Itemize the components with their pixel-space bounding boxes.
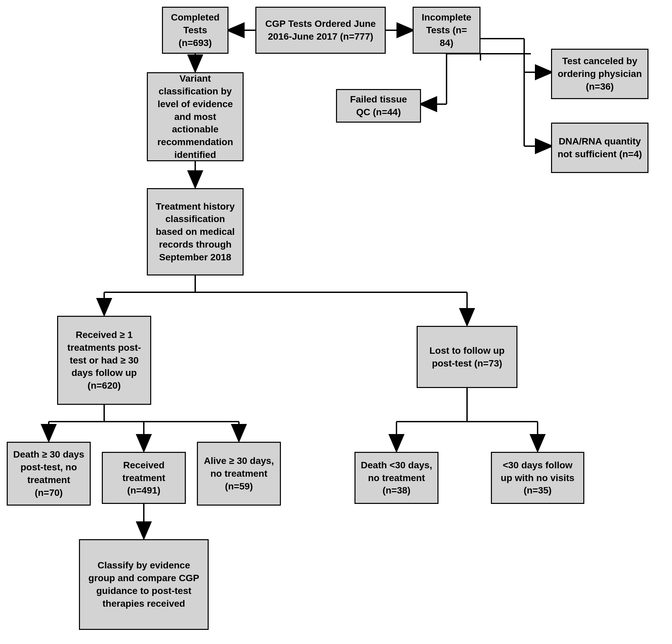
node-text: Classify by evidence group and compare C… bbox=[85, 559, 203, 610]
node-completed: Completed Tests (n=693) bbox=[162, 7, 228, 54]
node-lt30-followup: <30 days follow up with no visits (n=35) bbox=[491, 452, 584, 504]
node-text: Treatment history classification based o… bbox=[153, 200, 238, 264]
node-failed-qc: Failed tissue QC (n=44) bbox=[336, 89, 421, 123]
node-text: Variant classification by level of evide… bbox=[153, 72, 238, 161]
node-text: Test canceled by ordering physician (n=3… bbox=[557, 55, 643, 93]
node-text: Completed Tests (n=693) bbox=[168, 11, 223, 49]
node-received-ge1: Received ≥ 1 treatments post-test or had… bbox=[57, 316, 151, 405]
node-text: <30 days follow up with no visits (n=35) bbox=[496, 459, 579, 497]
node-text: Failed tissue QC (n=44) bbox=[342, 93, 415, 119]
node-incomplete: Incomplete Tests (n= 84) bbox=[412, 7, 480, 54]
node-text: Lost to follow up post-test (n=73) bbox=[422, 344, 512, 370]
node-text: DNA/RNA quantity not sufficient (n=4) bbox=[557, 135, 643, 161]
node-test-canceled: Test canceled by ordering physician (n=3… bbox=[551, 49, 648, 99]
node-text: Received ≥ 1 treatments post-test or had… bbox=[63, 329, 145, 392]
node-text: Death <30 days, no treatment (n=38) bbox=[360, 459, 433, 497]
node-cgp-ordered: CGP Tests Ordered June 2016-June 2017 (n… bbox=[255, 7, 386, 54]
node-dna-rna: DNA/RNA quantity not sufficient (n=4) bbox=[551, 123, 648, 173]
node-treatment-history: Treatment history classification based o… bbox=[147, 188, 243, 276]
node-death-ge30: Death ≥ 30 days post-test, no treatment … bbox=[7, 442, 91, 506]
node-text: Incomplete Tests (n= 84) bbox=[418, 11, 475, 49]
node-variant-classification: Variant classification by level of evide… bbox=[147, 72, 243, 161]
node-alive-ge30: Alive ≥ 30 days, no treatment (n=59) bbox=[197, 442, 281, 506]
node-received-treatment: Received treatment (n=491) bbox=[102, 452, 186, 504]
node-classify-evidence: Classify by evidence group and compare C… bbox=[79, 539, 209, 630]
node-text: CGP Tests Ordered June 2016-June 2017 (n… bbox=[261, 17, 380, 43]
node-text: Death ≥ 30 days post-test, no treatment … bbox=[12, 448, 85, 499]
node-lost-followup: Lost to follow up post-test (n=73) bbox=[417, 326, 517, 388]
node-death-lt30: Death <30 days, no treatment (n=38) bbox=[355, 452, 439, 504]
node-text: Alive ≥ 30 days, no treatment (n=59) bbox=[203, 454, 275, 493]
node-text: Received treatment (n=491) bbox=[108, 459, 180, 497]
